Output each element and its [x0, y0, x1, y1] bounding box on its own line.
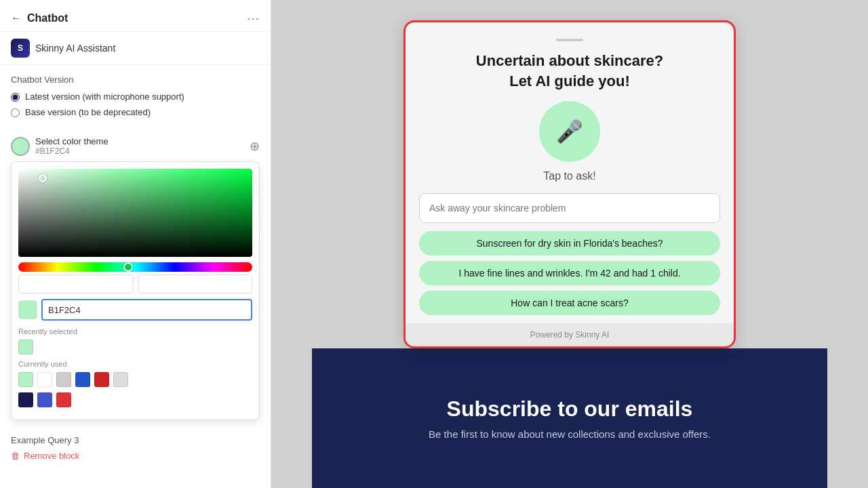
subscribe-title: Subscribe to our emails: [447, 396, 693, 422]
color-theme-row: Select color theme #B1F2C4 ⊕: [0, 131, 271, 161]
panel-title: Chatbot: [27, 12, 68, 24]
left-panel: ← Chatbot ⋯ S Skinny AI Assistant Chatbo…: [0, 0, 271, 488]
panel-header: ← Chatbot ⋯: [0, 0, 271, 32]
hue-handle[interactable]: [123, 262, 133, 272]
hue-slider-row: [18, 262, 252, 272]
search-input[interactable]: [419, 193, 720, 223]
current-swatches: [18, 372, 252, 387]
version-base-label: Base version (to be deprecated): [25, 107, 151, 117]
example-query-label: Example Query 3: [11, 435, 260, 445]
panel-bottom: Example Query 3 🗑 Remove block: [0, 428, 271, 468]
back-button[interactable]: ←: [11, 12, 22, 24]
current-swatch-3[interactable]: [56, 372, 71, 387]
opacity-input-2[interactable]: [138, 274, 253, 293]
tap-to-ask-label: Tap to ask!: [419, 170, 720, 182]
assistant-icon: S: [11, 39, 30, 58]
subscribe-section: Subscribe to our emails Be the first to …: [312, 348, 827, 488]
widget-title-line1: Uncertain about skincare?: [419, 52, 720, 70]
chatbot-widget: Uncertain about skincare? Let AI guide y…: [403, 20, 736, 348]
current-swatch-6[interactable]: [113, 372, 128, 387]
mic-icon: 🎤: [556, 119, 583, 144]
current-swatch-5[interactable]: [94, 372, 109, 387]
drag-handle: [556, 39, 583, 41]
hex-input-row: B1F2C4: [18, 299, 252, 321]
current-swatch-9[interactable]: [56, 392, 71, 407]
remove-block-button[interactable]: 🗑 Remove block: [11, 451, 79, 461]
version-base-option[interactable]: Base version (to be deprecated): [11, 107, 260, 117]
hue-slider[interactable]: [18, 262, 252, 272]
chatbot-version-section: Chatbot Version Latest version (with mic…: [0, 65, 271, 131]
trash-icon: 🗑: [11, 451, 20, 461]
suggestion-pill-2[interactable]: I have fine lines and wrinkles. I'm 42 a…: [419, 261, 720, 285]
version-latest-label: Latest version (with microphone support): [25, 92, 184, 102]
remove-block-label: Remove block: [24, 451, 79, 461]
header-left: ← Chatbot: [11, 12, 68, 24]
hex-input[interactable]: B1F2C4: [41, 299, 252, 321]
widget-title-line2: Let AI guide you!: [419, 73, 720, 90]
recent-swatches: [18, 340, 252, 354]
gradient-handle[interactable]: [39, 174, 47, 182]
version-radio-group: Latest version (with microphone support)…: [11, 92, 260, 117]
db-icon: ⊕: [250, 139, 260, 154]
opacity-row: [18, 274, 252, 293]
recent-swatch-1[interactable]: [18, 340, 33, 354]
current-swatch-2[interactable]: [37, 372, 52, 387]
suggestion-pill-1[interactable]: Sunscreen for dry skin in Florida's beac…: [419, 231, 720, 256]
current-swatch-4[interactable]: [75, 372, 90, 387]
opacity-input-1[interactable]: [18, 274, 134, 293]
currently-used-label: Currently used: [18, 360, 252, 368]
color-theme-label: Select color theme: [35, 136, 108, 146]
color-theme-hex: #B1F2C4: [35, 146, 108, 156]
color-swatch[interactable]: [11, 137, 30, 156]
version-section-label: Chatbot Version: [11, 75, 260, 85]
recently-selected-label: Recently selected: [18, 327, 252, 336]
suggestion-pills: Sunscreen for dry skin in Florida's beac…: [419, 231, 720, 315]
more-options-button[interactable]: ⋯: [247, 11, 260, 26]
assistant-name: Skinny AI Assistant: [35, 43, 115, 54]
current-swatches-row2: [18, 392, 252, 407]
right-area: Uncertain about skincare? Let AI guide y…: [271, 0, 868, 488]
mic-button[interactable]: 🎤: [539, 101, 600, 162]
current-swatch-1[interactable]: [18, 372, 33, 387]
version-base-radio[interactable]: [11, 108, 20, 117]
version-latest-radio[interactable]: [11, 93, 20, 102]
hex-color-preview: [18, 300, 37, 319]
subscribe-subtitle: Be the first to know about new collectio…: [429, 428, 711, 440]
version-latest-option[interactable]: Latest version (with microphone support): [11, 92, 260, 102]
color-picker-popup: B1F2C4 Recently selected Currently used: [11, 161, 260, 420]
gradient-picker[interactable]: [18, 169, 252, 257]
assistant-row: S Skinny AI Assistant: [0, 32, 271, 65]
suggestion-pill-3[interactable]: How can I treat acne scars?: [419, 291, 720, 315]
current-swatch-8[interactable]: [37, 392, 52, 407]
current-swatch-7[interactable]: [18, 392, 33, 407]
widget-footer: Powered by Skinny AI: [406, 323, 734, 346]
